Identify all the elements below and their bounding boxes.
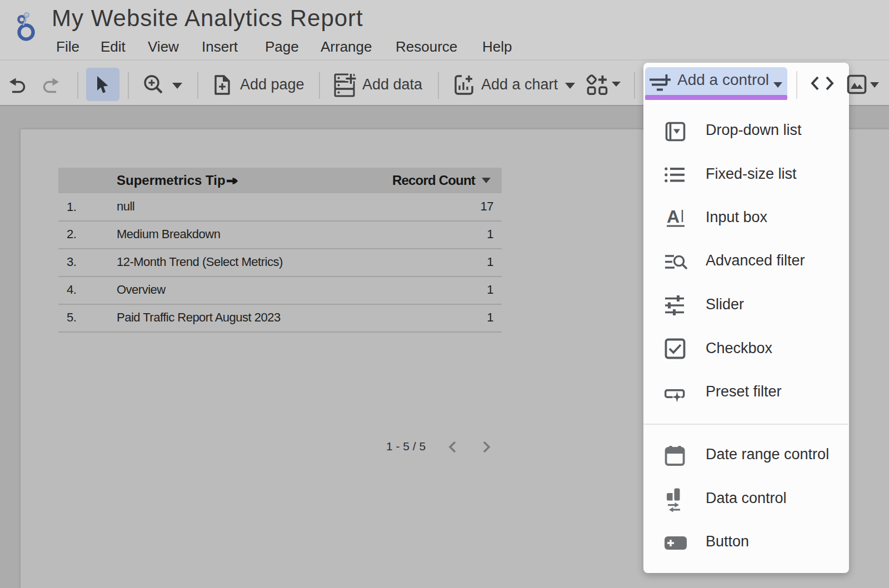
svg-text:A: A (667, 208, 680, 227)
